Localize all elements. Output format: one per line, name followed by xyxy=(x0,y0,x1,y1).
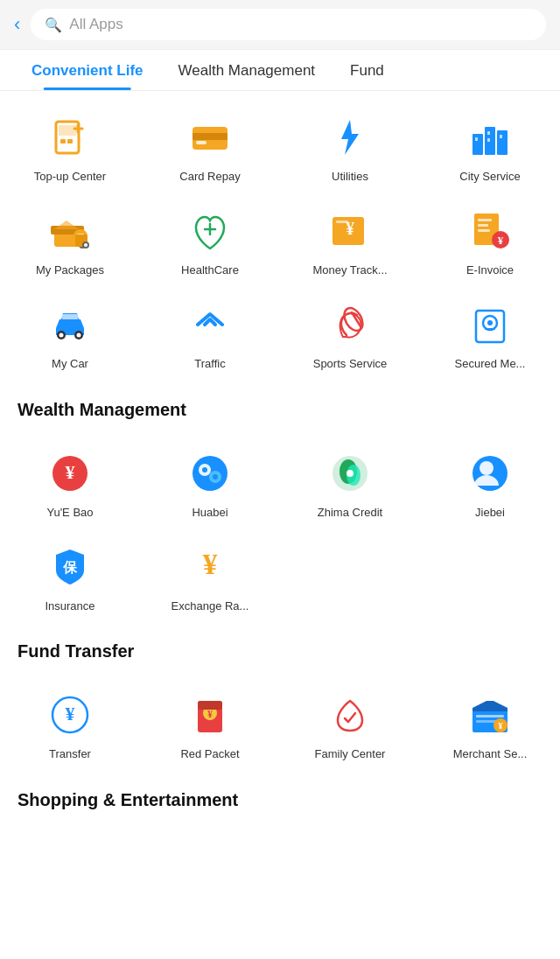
app-insurance[interactable]: 保 Insurance xyxy=(0,529,140,623)
svg-rect-14 xyxy=(487,138,490,142)
app-healthcare[interactable]: HealthCare xyxy=(140,193,280,287)
back-button[interactable]: ‹ xyxy=(14,13,20,36)
family-center-label: Family Center xyxy=(315,747,386,762)
zhima-credit-label: Zhima Credit xyxy=(318,506,382,521)
app-top-up-center[interactable]: Top-up Center xyxy=(0,100,140,193)
merchant-icon: ¥ xyxy=(465,690,515,740)
app-jiebei[interactable]: Jiebei xyxy=(420,436,560,529)
app-my-packages[interactable]: My Packages xyxy=(0,193,140,287)
app-money-track[interactable]: ¥ Money Track... xyxy=(280,193,420,287)
svg-rect-11 xyxy=(497,130,508,155)
app-city-service[interactable]: City Service xyxy=(420,100,560,193)
packages-icon xyxy=(45,206,95,256)
svg-rect-3 xyxy=(67,139,73,144)
sports-icon xyxy=(325,299,375,350)
wealth-management-header: Wealth Management xyxy=(0,384,560,427)
svg-text:¥: ¥ xyxy=(498,720,503,731)
search-icon: 🔍 xyxy=(45,17,62,33)
app-red-packet[interactable]: ¥ Red Packet xyxy=(140,677,280,771)
search-bar: ‹ 🔍 All Apps xyxy=(0,0,560,50)
svg-point-41 xyxy=(340,304,367,333)
tab-convenient-life[interactable]: Convenient Life xyxy=(14,50,161,90)
traffic-label: Traffic xyxy=(194,357,225,372)
app-yue-bao[interactable]: ¥ Yu'E Bao xyxy=(0,436,140,529)
red-packet-label: Red Packet xyxy=(180,747,239,762)
insurance-icon: 保 xyxy=(45,542,95,592)
jiebei-icon xyxy=(465,448,515,499)
healthcare-icon xyxy=(185,206,235,256)
app-traffic[interactable]: Traffic xyxy=(140,287,280,381)
einvoice-label: E-Invoice xyxy=(466,263,514,278)
app-card-repay[interactable]: Card Repay xyxy=(140,100,280,193)
search-input-wrap[interactable]: 🔍 All Apps xyxy=(31,9,546,40)
app-family-center[interactable]: Family Center xyxy=(280,677,420,771)
svg-rect-68 xyxy=(476,715,504,718)
topup-label: Top-up Center xyxy=(34,170,106,185)
moneytrack-label: Money Track... xyxy=(312,263,387,278)
moneytrack-icon: ¥ xyxy=(325,206,375,256)
einvoice-icon: ¥ xyxy=(465,206,515,256)
app-utilities[interactable]: Utilities xyxy=(280,100,420,193)
svg-rect-32 xyxy=(478,224,488,227)
card-repay-label: Card Repay xyxy=(179,170,240,185)
app-merchant-se[interactable]: ¥ Merchant Se... xyxy=(420,677,560,771)
svg-point-44 xyxy=(487,320,493,326)
yuebao-icon: ¥ xyxy=(45,448,95,499)
jiebei-label: Jiebei xyxy=(475,506,505,521)
app-e-invoice[interactable]: ¥ E-Invoice xyxy=(420,193,560,287)
svg-text:¥: ¥ xyxy=(66,461,75,483)
svg-text:¥: ¥ xyxy=(203,548,218,580)
svg-point-52 xyxy=(213,474,218,480)
wealth-management-grid: ¥ Yu'E Bao Huabei Zhima Cre xyxy=(0,427,560,626)
tab-bar: Convenient Life Wealth Management Fund xyxy=(0,50,560,91)
svg-rect-9 xyxy=(472,134,483,155)
utilities-icon xyxy=(325,112,375,163)
car-icon xyxy=(45,299,95,350)
huabei-icon xyxy=(185,448,235,499)
shopping-entertainment-header: Shopping & Entertainment xyxy=(0,774,560,817)
svg-rect-2 xyxy=(60,139,66,144)
svg-rect-13 xyxy=(487,131,490,135)
svg-rect-7 xyxy=(192,133,228,140)
app-secured-me[interactable]: Secured Me... xyxy=(420,287,560,381)
traffic-icon xyxy=(185,299,235,350)
app-sports-service[interactable]: Sports Service xyxy=(280,287,420,381)
city-service-label: City Service xyxy=(459,170,520,185)
svg-text:¥: ¥ xyxy=(207,708,213,720)
sports-service-label: Sports Service xyxy=(313,357,388,372)
tab-fund[interactable]: Fund xyxy=(332,50,402,90)
app-my-car[interactable]: My Car xyxy=(0,287,140,381)
app-zhima-credit[interactable]: Zhima Credit xyxy=(280,436,420,529)
exchange-rate-label: Exchange Ra... xyxy=(172,599,249,614)
tab-wealth-management[interactable]: Wealth Management xyxy=(161,50,333,90)
app-huabei[interactable]: Huabei xyxy=(140,436,280,529)
svg-point-38 xyxy=(60,332,64,337)
svg-rect-31 xyxy=(478,219,492,221)
svg-point-58 xyxy=(480,461,494,475)
svg-rect-66 xyxy=(198,701,222,710)
huabei-label: Huabei xyxy=(192,506,228,521)
svg-point-24 xyxy=(84,243,88,247)
svg-rect-8 xyxy=(196,141,206,144)
svg-point-40 xyxy=(77,332,81,337)
secured-me-label: Secured Me... xyxy=(455,357,526,372)
app-exchange-rate[interactable]: ¥ Exchange Ra... xyxy=(140,529,280,623)
svg-rect-29 xyxy=(336,220,348,223)
app-transfer[interactable]: ¥ Transfer xyxy=(0,677,140,771)
svg-rect-15 xyxy=(500,135,502,138)
packages-label: My Packages xyxy=(36,263,104,278)
svg-rect-36 xyxy=(62,314,78,319)
svg-text:¥: ¥ xyxy=(66,703,75,724)
card-icon xyxy=(185,112,235,163)
svg-point-48 xyxy=(192,456,228,491)
utilities-label: Utilities xyxy=(332,170,368,185)
exchange-icon: ¥ xyxy=(185,542,235,592)
healthcare-label: HealthCare xyxy=(181,263,239,278)
merchant-se-label: Merchant Se... xyxy=(453,747,528,762)
topup-icon xyxy=(45,112,95,163)
zhima-icon xyxy=(325,448,375,499)
insurance-label: Insurance xyxy=(45,599,94,614)
transfer-label: Transfer xyxy=(49,747,91,762)
svg-rect-69 xyxy=(476,720,497,723)
fund-transfer-header: Fund Transfer xyxy=(0,626,560,668)
